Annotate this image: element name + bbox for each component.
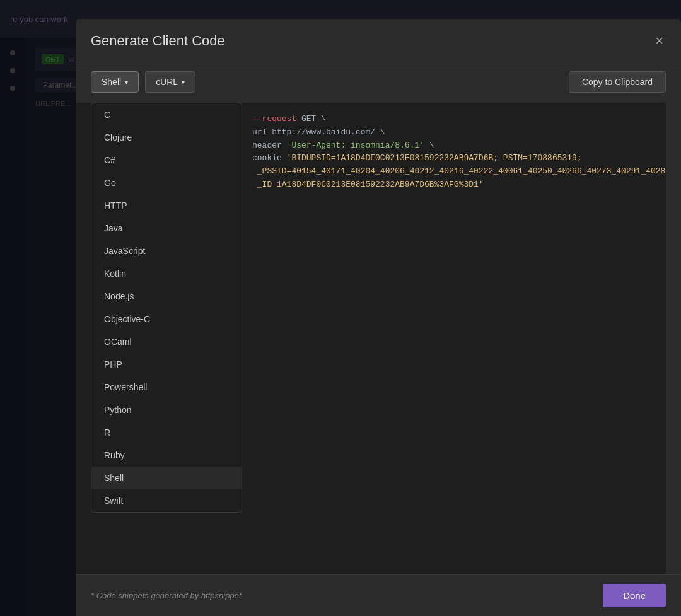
lang-item-shell[interactable]: Shell xyxy=(91,467,242,489)
copy-to-clipboard-button[interactable]: Copy to Clipboard xyxy=(569,71,666,93)
generate-client-code-modal: Generate Client Code × Shell ▾ cURL ▾ Co… xyxy=(76,19,681,616)
lang-item-ocaml[interactable]: OCaml xyxy=(91,330,242,353)
code-line-5: _PSSID=40154_40171_40204_40206_40212_402… xyxy=(252,165,656,178)
lang-item-ruby[interactable]: Ruby xyxy=(91,444,242,467)
lang-item-swift[interactable]: Swift xyxy=(91,489,242,512)
curl-chevron-icon: ▾ xyxy=(182,79,185,86)
curl-label: cURL xyxy=(156,77,178,87)
code-line-3: header 'User-Agent: insomnia/8.6.1' \ xyxy=(252,139,656,153)
modal-footer: * Code snippets generated by httpsnippet… xyxy=(76,574,681,616)
shell-chevron-icon: ▾ xyxy=(125,79,128,86)
shell-label: Shell xyxy=(102,77,121,87)
modal-body: C Clojure C# Go HTTP Java JavaScript Kot… xyxy=(76,103,681,574)
lang-item-r[interactable]: R xyxy=(91,421,242,444)
modal-header: Generate Client Code × xyxy=(76,19,681,61)
language-dropdown[interactable]: C Clojure C# Go HTTP Java JavaScript Kot… xyxy=(91,103,242,513)
lang-item-clojure[interactable]: Clojure xyxy=(91,126,242,149)
lang-item-c[interactable]: C xyxy=(91,103,242,126)
lang-item-php[interactable]: PHP xyxy=(91,353,242,376)
lang-item-csharp[interactable]: C# xyxy=(91,149,242,171)
close-button[interactable]: × xyxy=(653,32,666,50)
toolbar-left: Shell ▾ cURL ▾ xyxy=(91,71,195,93)
modal-title: Generate Client Code xyxy=(91,33,225,49)
code-line-6: _ID=1A18D4DF0C0213E081592232AB9A7D6B%3AF… xyxy=(252,178,656,192)
lang-item-http[interactable]: HTTP xyxy=(91,194,242,217)
shell-button[interactable]: Shell ▾ xyxy=(91,71,139,93)
lang-item-nodejs[interactable]: Node.js xyxy=(91,285,242,308)
lang-item-java[interactable]: Java xyxy=(91,217,242,240)
code-line-2: url http://www.baidu.com/ \ xyxy=(252,126,656,139)
code-line-1: --request GET \ xyxy=(252,113,656,126)
lang-item-javascript[interactable]: JavaScript xyxy=(91,240,242,262)
lang-item-go[interactable]: Go xyxy=(91,171,242,194)
footer-note: * Code snippets generated by httpsnippet xyxy=(91,591,242,600)
curl-button[interactable]: cURL ▾ xyxy=(145,71,195,93)
lang-item-objectivec[interactable]: Objective-C xyxy=(91,308,242,330)
lang-item-powershell[interactable]: Powershell xyxy=(91,376,242,398)
code-line-4: cookie 'BIDUPSID=1A18D4DF0C0213E08159223… xyxy=(252,152,656,165)
modal-toolbar: Shell ▾ cURL ▾ Copy to Clipboard xyxy=(76,61,681,103)
done-button[interactable]: Done xyxy=(603,584,666,607)
lang-item-kotlin[interactable]: Kotlin xyxy=(91,262,242,285)
lang-item-python[interactable]: Python xyxy=(91,398,242,421)
